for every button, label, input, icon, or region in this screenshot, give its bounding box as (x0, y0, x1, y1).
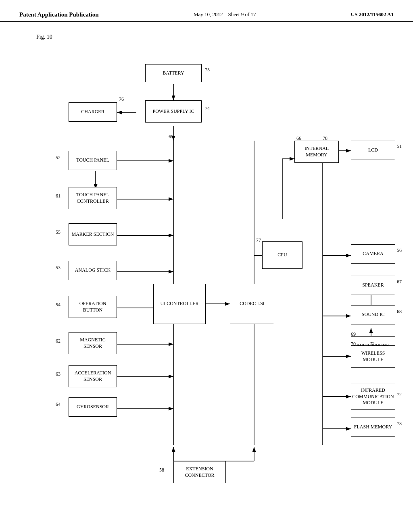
battery-block: BATTERY (145, 64, 202, 82)
camera-block: CAMERA (351, 244, 395, 264)
internal-memory-block: INTERNAL MEMORY (294, 141, 339, 163)
ref-67: 67 (397, 279, 402, 285)
ref-52: 52 (56, 155, 60, 161)
extension-connector-block: EXTENSION CONNECTOR (173, 461, 226, 483)
codec-lsi-block: CODEC LSI (230, 284, 274, 324)
ref-77: 77 (256, 237, 261, 243)
analog-stick-block: ANALOG STICK (69, 261, 117, 280)
ref-64: 64 (56, 401, 60, 407)
ref-58: 58 (159, 467, 164, 473)
header-left: Patent Application Publication (19, 11, 99, 18)
touch-panel-ctrl-block: TOUCH PANEL CONTROLLER (69, 187, 117, 209)
ref-51: 51 (397, 143, 402, 150)
cpu-block: CPU (262, 241, 302, 269)
ui-controller-block: UI CONTROLLER (153, 284, 206, 324)
ref-78: 78 (323, 135, 327, 141)
ref-68: 68 (397, 309, 402, 315)
ref-70: 70 (351, 341, 356, 347)
speaker-block: SPEAKER (351, 276, 395, 295)
ref-54: 54 (56, 302, 60, 308)
ref-62: 62 (56, 338, 60, 344)
operation-button-block: OPERATION BUTTON (69, 296, 117, 318)
ref-73: 73 (397, 421, 402, 427)
marker-section-block: MARKER SECTION (69, 223, 117, 245)
header-center: May 10, 2012 Sheet 9 of 17 (194, 11, 256, 18)
ref-56: 56 (397, 247, 402, 254)
lcd-block: LCD (351, 141, 395, 160)
sound-ic-block: SOUND IC (351, 305, 395, 324)
ref-55: 55 (56, 229, 60, 235)
wireless-module-block: WIRELESS MODULE (351, 345, 395, 368)
ref-72: 72 (397, 392, 402, 398)
header-right: US 2012/115602 A1 (351, 11, 394, 18)
ref-61: 61 (56, 193, 60, 199)
flash-memory-block: FLASH MEMORY (351, 418, 395, 437)
ref-75: 75 (205, 67, 210, 73)
acceleration-sensor-block: ACCELERATION SENSOR (69, 365, 117, 387)
ref-71: 71 (370, 341, 375, 347)
infrared-comm-block: INFRARED COMMUNICATION MODULE (351, 384, 395, 410)
magnetic-sensor-block: MAGNETIC SENSOR (69, 332, 117, 354)
ref-66: 66 (296, 135, 301, 141)
page-header: Patent Application Publication May 10, 2… (0, 0, 413, 22)
ref-69: 69 (351, 331, 356, 337)
charger-block: CHARGER (69, 102, 117, 122)
ref-53: 53 (56, 265, 60, 271)
ref-76: 76 (119, 96, 124, 102)
gyrosensor-block: GYROSENSOR (69, 397, 117, 417)
power-supply-block: POWER SUPPLY IC (145, 100, 202, 123)
fig-label: Fig. 10 (36, 34, 52, 40)
ref-74: 74 (205, 106, 210, 112)
touch-panel-block: TOUCH PANEL (69, 151, 117, 170)
ref-65: 65 (169, 134, 173, 140)
diagram-area: Fig. 10 (0, 22, 413, 505)
ref-63: 63 (56, 371, 60, 377)
